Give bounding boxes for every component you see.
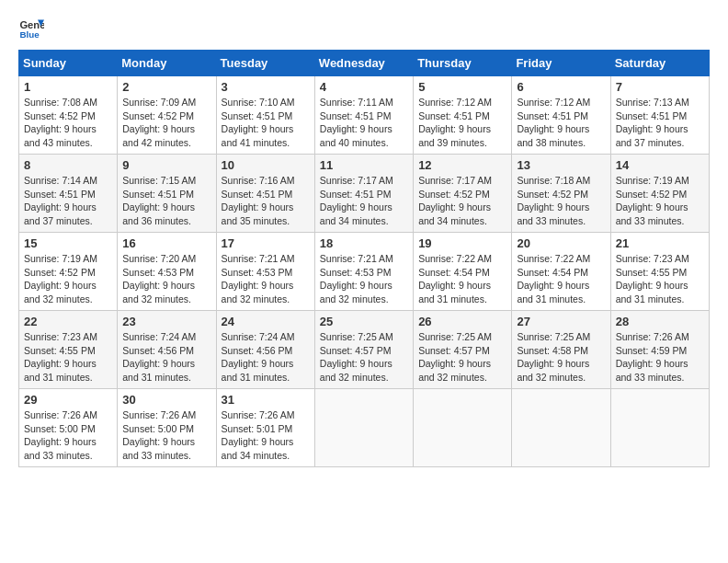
- day-detail: Sunrise: 7:26 AMSunset: 5:00 PMDaylight:…: [122, 409, 196, 461]
- calendar-cell: 14 Sunrise: 7:19 AMSunset: 4:52 PMDaylig…: [610, 155, 709, 233]
- weekday-header-sunday: Sunday: [19, 51, 118, 76]
- day-number: 26: [418, 315, 506, 328]
- day-number: 14: [616, 158, 704, 172]
- day-detail: Sunrise: 7:26 AMSunset: 4:59 PMDaylight:…: [616, 331, 689, 383]
- calendar-cell: 25 Sunrise: 7:25 AMSunset: 4:57 PMDaylig…: [314, 311, 413, 389]
- calendar-cell: 7 Sunrise: 7:13 AMSunset: 4:51 PMDayligh…: [610, 76, 709, 155]
- weekday-header-thursday: Thursday: [414, 51, 512, 76]
- logo-icon: General Blue: [18, 15, 44, 40]
- day-detail: Sunrise: 7:19 AMSunset: 4:52 PMDaylight:…: [24, 253, 97, 304]
- day-number: 9: [122, 158, 210, 172]
- day-detail: Sunrise: 7:12 AMSunset: 4:51 PMDaylight:…: [418, 97, 492, 148]
- calendar-cell: 12 Sunrise: 7:17 AMSunset: 4:52 PMDaylig…: [414, 155, 512, 233]
- day-number: 7: [616, 80, 704, 94]
- day-detail: Sunrise: 7:26 AMSunset: 5:01 PMDaylight:…: [222, 409, 295, 461]
- day-detail: Sunrise: 7:17 AMSunset: 4:52 PMDaylight:…: [418, 175, 492, 226]
- calendar-cell: 18 Sunrise: 7:21 AMSunset: 4:53 PMDaylig…: [314, 233, 413, 311]
- calendar-cell: 23 Sunrise: 7:24 AMSunset: 4:56 PMDaylig…: [118, 311, 216, 389]
- calendar-cell: 24 Sunrise: 7:24 AMSunset: 4:56 PMDaylig…: [216, 311, 314, 389]
- calendar-cell: 10 Sunrise: 7:16 AMSunset: 4:51 PMDaylig…: [216, 155, 314, 233]
- day-number: 31: [222, 393, 310, 407]
- calendar-cell: 13 Sunrise: 7:18 AMSunset: 4:52 PMDaylig…: [512, 155, 610, 233]
- calendar-cell: 19 Sunrise: 7:22 AMSunset: 4:54 PMDaylig…: [414, 233, 512, 311]
- calendar-table: SundayMondayTuesdayWednesdayThursdayFrid…: [18, 50, 710, 467]
- calendar-cell: 20 Sunrise: 7:22 AMSunset: 4:54 PMDaylig…: [512, 233, 610, 311]
- day-detail: Sunrise: 7:14 AMSunset: 4:51 PMDaylight:…: [24, 175, 97, 226]
- day-number: 16: [122, 236, 210, 250]
- day-detail: Sunrise: 7:20 AMSunset: 4:53 PMDaylight:…: [122, 253, 196, 304]
- day-number: 18: [320, 236, 408, 250]
- day-detail: Sunrise: 7:24 AMSunset: 4:56 PMDaylight:…: [222, 331, 295, 383]
- day-number: 19: [418, 236, 506, 250]
- calendar-cell: 16 Sunrise: 7:20 AMSunset: 4:53 PMDaylig…: [118, 233, 216, 311]
- calendar-cell: 4 Sunrise: 7:11 AMSunset: 4:51 PMDayligh…: [314, 76, 413, 155]
- calendar-cell: [512, 389, 610, 467]
- calendar-cell: 30 Sunrise: 7:26 AMSunset: 5:00 PMDaylig…: [118, 389, 216, 467]
- day-number: 1: [24, 80, 112, 94]
- day-number: 8: [24, 158, 112, 172]
- calendar-cell: 17 Sunrise: 7:21 AMSunset: 4:53 PMDaylig…: [216, 233, 314, 311]
- day-number: 24: [222, 315, 310, 328]
- calendar-week-4: 22 Sunrise: 7:23 AMSunset: 4:55 PMDaylig…: [19, 311, 710, 389]
- day-number: 3: [222, 80, 310, 94]
- day-detail: Sunrise: 7:21 AMSunset: 4:53 PMDaylight:…: [320, 253, 393, 304]
- calendar-cell: 11 Sunrise: 7:17 AMSunset: 4:51 PMDaylig…: [314, 155, 413, 233]
- day-number: 5: [418, 80, 506, 94]
- day-detail: Sunrise: 7:25 AMSunset: 4:58 PMDaylight:…: [517, 331, 590, 383]
- day-number: 11: [320, 158, 408, 172]
- day-number: 2: [122, 80, 210, 94]
- day-detail: Sunrise: 7:25 AMSunset: 4:57 PMDaylight:…: [418, 331, 492, 383]
- calendar-cell: 6 Sunrise: 7:12 AMSunset: 4:51 PMDayligh…: [512, 76, 610, 155]
- calendar-week-1: 1 Sunrise: 7:08 AMSunset: 4:52 PMDayligh…: [19, 76, 710, 155]
- calendar-cell: 27 Sunrise: 7:25 AMSunset: 4:58 PMDaylig…: [512, 311, 610, 389]
- day-detail: Sunrise: 7:13 AMSunset: 4:51 PMDaylight:…: [616, 97, 689, 148]
- calendar-cell: 26 Sunrise: 7:25 AMSunset: 4:57 PMDaylig…: [414, 311, 512, 389]
- day-detail: Sunrise: 7:12 AMSunset: 4:51 PMDaylight:…: [517, 97, 590, 148]
- day-detail: Sunrise: 7:21 AMSunset: 4:53 PMDaylight:…: [222, 253, 295, 304]
- calendar-cell: [610, 389, 709, 467]
- weekday-header-tuesday: Tuesday: [216, 51, 314, 76]
- calendar-cell: 22 Sunrise: 7:23 AMSunset: 4:55 PMDaylig…: [19, 311, 118, 389]
- day-detail: Sunrise: 7:19 AMSunset: 4:52 PMDaylight:…: [616, 175, 689, 226]
- weekday-header-saturday: Saturday: [610, 51, 709, 76]
- day-number: 28: [616, 315, 704, 328]
- calendar-cell: 21 Sunrise: 7:23 AMSunset: 4:55 PMDaylig…: [610, 233, 709, 311]
- calendar-cell: 15 Sunrise: 7:19 AMSunset: 4:52 PMDaylig…: [19, 233, 118, 311]
- calendar-cell: 9 Sunrise: 7:15 AMSunset: 4:51 PMDayligh…: [118, 155, 216, 233]
- day-detail: Sunrise: 7:22 AMSunset: 4:54 PMDaylight:…: [418, 253, 492, 304]
- day-number: 15: [24, 236, 112, 250]
- day-detail: Sunrise: 7:15 AMSunset: 4:51 PMDaylight:…: [122, 175, 196, 226]
- day-detail: Sunrise: 7:09 AMSunset: 4:52 PMDaylight:…: [122, 97, 196, 148]
- day-number: 10: [222, 158, 310, 172]
- page-header: General Blue: [18, 15, 710, 40]
- weekday-header-monday: Monday: [118, 51, 216, 76]
- day-number: 12: [418, 158, 506, 172]
- calendar-week-2: 8 Sunrise: 7:14 AMSunset: 4:51 PMDayligh…: [19, 155, 710, 233]
- day-detail: Sunrise: 7:11 AMSunset: 4:51 PMDaylight:…: [320, 97, 393, 148]
- day-number: 22: [24, 315, 112, 328]
- day-number: 17: [222, 236, 310, 250]
- day-detail: Sunrise: 7:18 AMSunset: 4:52 PMDaylight:…: [517, 175, 590, 226]
- day-detail: Sunrise: 7:23 AMSunset: 4:55 PMDaylight:…: [24, 331, 97, 383]
- day-detail: Sunrise: 7:26 AMSunset: 5:00 PMDaylight:…: [24, 409, 97, 461]
- day-number: 30: [122, 393, 210, 407]
- day-number: 13: [517, 158, 605, 172]
- day-number: 21: [616, 236, 704, 250]
- day-number: 4: [320, 80, 408, 94]
- calendar-cell: 3 Sunrise: 7:10 AMSunset: 4:51 PMDayligh…: [216, 76, 314, 155]
- day-detail: Sunrise: 7:17 AMSunset: 4:51 PMDaylight:…: [320, 175, 393, 226]
- calendar-cell: 31 Sunrise: 7:26 AMSunset: 5:01 PMDaylig…: [216, 389, 314, 467]
- calendar-cell: 28 Sunrise: 7:26 AMSunset: 4:59 PMDaylig…: [610, 311, 709, 389]
- calendar-week-3: 15 Sunrise: 7:19 AMSunset: 4:52 PMDaylig…: [19, 233, 710, 311]
- svg-text:Blue: Blue: [19, 29, 40, 40]
- calendar-cell: 1 Sunrise: 7:08 AMSunset: 4:52 PMDayligh…: [19, 76, 118, 155]
- day-number: 6: [517, 80, 605, 94]
- logo: General Blue: [18, 15, 44, 40]
- calendar-week-5: 29 Sunrise: 7:26 AMSunset: 5:00 PMDaylig…: [19, 389, 710, 467]
- day-detail: Sunrise: 7:25 AMSunset: 4:57 PMDaylight:…: [320, 331, 393, 383]
- day-number: 23: [122, 315, 210, 328]
- weekday-header-friday: Friday: [512, 51, 610, 76]
- calendar-cell: 8 Sunrise: 7:14 AMSunset: 4:51 PMDayligh…: [19, 155, 118, 233]
- day-detail: Sunrise: 7:24 AMSunset: 4:56 PMDaylight:…: [122, 331, 196, 383]
- day-number: 29: [24, 393, 112, 407]
